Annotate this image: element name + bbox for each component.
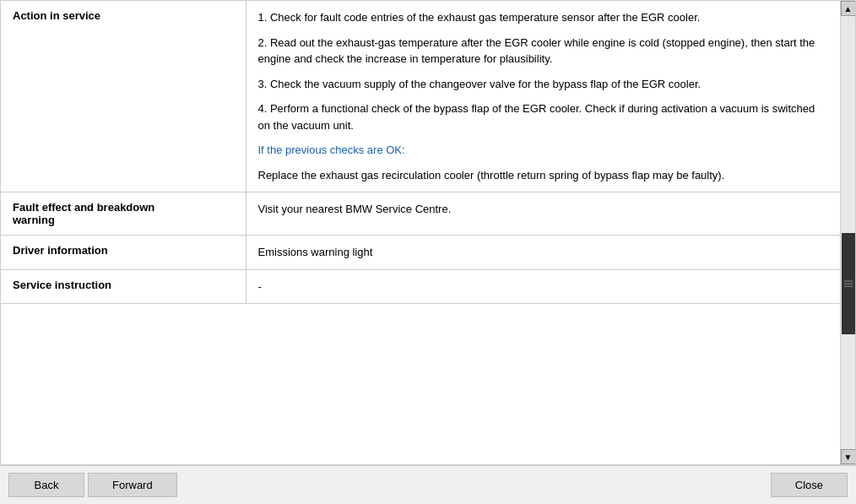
- label-cell-0: Action in service: [1, 1, 246, 192]
- table-row: Fault effect and breakdownwarningVisit y…: [1, 192, 840, 236]
- table-row: Action in service1. Check for fault code…: [1, 1, 840, 192]
- footer-buttons: Back Forward Close: [0, 465, 856, 504]
- paragraph: 3. Check the vacuum supply of the change…: [258, 76, 829, 93]
- forward-button[interactable]: Forward: [88, 473, 177, 497]
- scroll-down-button[interactable]: ▼: [841, 449, 856, 464]
- value-cell-3: -: [246, 269, 840, 304]
- table-row: Driver informationEmissions warning ligh…: [1, 236, 840, 270]
- content-area: Action in service1. Check for fault code…: [1, 1, 840, 464]
- paragraph: 1. Check for fault code entries of the e…: [258, 9, 829, 26]
- label-cell-1: Fault effect and breakdownwarning: [1, 192, 246, 236]
- footer-left-buttons: Back Forward: [8, 473, 177, 497]
- close-button[interactable]: Close: [771, 473, 848, 497]
- scroll-up-button[interactable]: ▲: [841, 1, 856, 16]
- main-container: Action in service1. Check for fault code…: [0, 0, 856, 465]
- paragraph: Replace the exhaust gas recirculation co…: [258, 167, 829, 184]
- paragraph: 2. Read out the exhaust-gas temperature …: [258, 35, 829, 68]
- info-table: Action in service1. Check for fault code…: [1, 1, 840, 304]
- scroll-thumb[interactable]: [842, 233, 855, 334]
- label-cell-3: Service instruction: [1, 269, 246, 304]
- paragraph: If the previous checks are OK:: [258, 142, 829, 159]
- scroll-track[interactable]: [841, 16, 855, 449]
- scroll-line-2: [844, 283, 853, 284]
- scrollable-content: Action in service1. Check for fault code…: [1, 1, 840, 464]
- scrollbar: ▲ ▼: [840, 1, 855, 464]
- paragraph: 4. Perform a functional check of the byp…: [258, 100, 829, 133]
- label-cell-2: Driver information: [1, 236, 246, 270]
- scroll-thumb-lines: [844, 280, 853, 286]
- value-cell-0: 1. Check for fault code entries of the e…: [246, 1, 840, 192]
- scroll-line-1: [844, 280, 853, 281]
- table-row: Service instruction-: [1, 269, 840, 304]
- value-cell-2: Emissions warning light: [246, 236, 840, 270]
- scroll-line-3: [844, 285, 853, 286]
- value-cell-1: Visit your nearest BMW Service Centre.: [246, 192, 840, 236]
- back-button[interactable]: Back: [8, 473, 84, 497]
